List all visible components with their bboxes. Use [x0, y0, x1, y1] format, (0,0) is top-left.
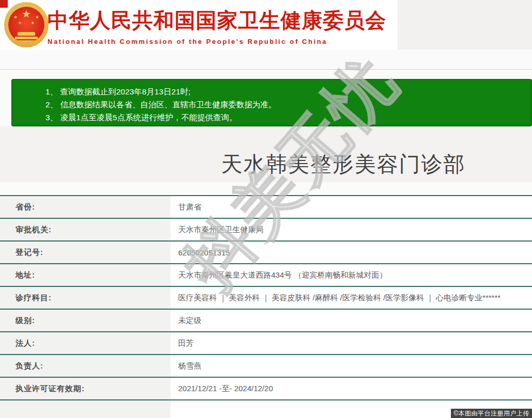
row-value: 医疗美容科 ｜ 美容外科 ｜ 美容皮肤科 /麻醉科 /医学检验科 /医学影像科 …	[170, 286, 532, 309]
row-label: 法人:	[0, 332, 170, 355]
row-value: 620502051315	[170, 241, 532, 264]
page-root: ★ ★ ★ ★ ★ 中华人民共和国国家卫生健康委员会 National Heal…	[0, 0, 532, 418]
row-value: 天水市秦州区羲皇大道西路434号 （迎宾桥南畅和新城对面）	[170, 264, 532, 286]
institution-title: 天水韩美整形美容门诊部	[155, 150, 532, 179]
emblem-star-icon: ★	[13, 15, 18, 20]
row-value: 未定级	[170, 309, 532, 332]
notice-line: 3、 凌晨1点至凌晨5点系统进行维护，不能提供查询。	[45, 111, 526, 124]
row-label: 执业许可证有效期:	[0, 377, 170, 400]
emblem-gate	[15, 37, 38, 39]
row-value: 甘肃省	[170, 196, 532, 218]
emblem-gate	[18, 32, 35, 36]
national-emblem-icon: ★ ★ ★ ★ ★	[4, 2, 49, 47]
row-label: 负责人:	[0, 355, 170, 377]
info-table-body: 省份: 甘肃省 审批机关: 天水市秦州区卫生健康局 登记号: 620502051…	[0, 196, 532, 418]
emblem-star-icon: ★	[31, 21, 35, 25]
table-row: 登记号: 620502051315	[0, 241, 532, 264]
corner-red-square	[0, 0, 8, 8]
site-title-chinese: 中华人民共和国国家卫生健康委员会	[48, 6, 394, 35]
notice-line: 2、 信息数据结果以各省、自治区、直辖市卫生健康委数据为准。	[45, 98, 526, 111]
institution-info-table: 省份: 甘肃省 审批机关: 天水市秦州区卫生健康局 登记号: 620502051…	[0, 195, 532, 418]
row-value: 天水市秦州区卫生健康局	[170, 218, 532, 241]
emblem-star-icon: ★	[18, 21, 22, 25]
table-row: 负责人: 杨雪燕	[0, 355, 532, 377]
row-value: 田芳	[170, 332, 532, 355]
upload-caption: ©本图由平台注册用户上传	[451, 409, 532, 418]
table-row: 省份: 甘肃省	[0, 196, 532, 218]
table-row: 诊疗科目: 医疗美容科 ｜ 美容外科 ｜ 美容皮肤科 /麻醉科 /医学检验科 /…	[0, 286, 532, 309]
row-label: 地址:	[0, 264, 170, 286]
row-label: 级别:	[0, 309, 170, 332]
row-label: 省份:	[0, 196, 170, 218]
row-label	[0, 400, 170, 418]
emblem-star-icon: ★	[22, 9, 31, 19]
pre-table-strip	[0, 182, 532, 195]
emblem-star-icon: ★	[35, 15, 39, 20]
row-label: 登记号:	[0, 241, 170, 264]
sub-band	[0, 70, 532, 79]
header-titles: 中华人民共和国国家卫生健康委员会 National Health Commiss…	[48, 6, 394, 45]
notice-line: 1、 查询数据截止到2023年8月13日21时;	[45, 85, 526, 98]
site-header: ★ ★ ★ ★ ★ 中华人民共和国国家卫生健康委员会 National Heal…	[0, 0, 398, 50]
emblem-core: ★ ★ ★ ★ ★	[8, 7, 44, 43]
row-value: 杨雪燕	[170, 355, 532, 377]
table-row: 地址: 天水市秦州区羲皇大道西路434号 （迎宾桥南畅和新城对面）	[0, 264, 532, 286]
row-label: 审批机关:	[0, 218, 170, 241]
table-row: 执业许可证有效期: 2021/12/21 -至- 2024/12/20	[0, 377, 532, 400]
site-title-english: National Health Commission of the People…	[48, 38, 394, 45]
table-row: 法人: 田芳	[0, 332, 532, 355]
row-value: 2021/12/21 -至- 2024/12/20	[170, 377, 532, 400]
table-row: 审批机关: 天水市秦州区卫生健康局	[0, 218, 532, 241]
notice-box: 1、 查询数据截止到2023年8月13日21时;2、 信息数据结果以各省、自治区…	[11, 79, 532, 126]
emblem-base	[11, 40, 41, 43]
notice-list: 1、 查询数据截止到2023年8月13日21时;2、 信息数据结果以各省、自治区…	[45, 85, 526, 124]
row-label: 诊疗科目:	[0, 286, 170, 309]
table-row: 级别: 未定级	[0, 309, 532, 332]
